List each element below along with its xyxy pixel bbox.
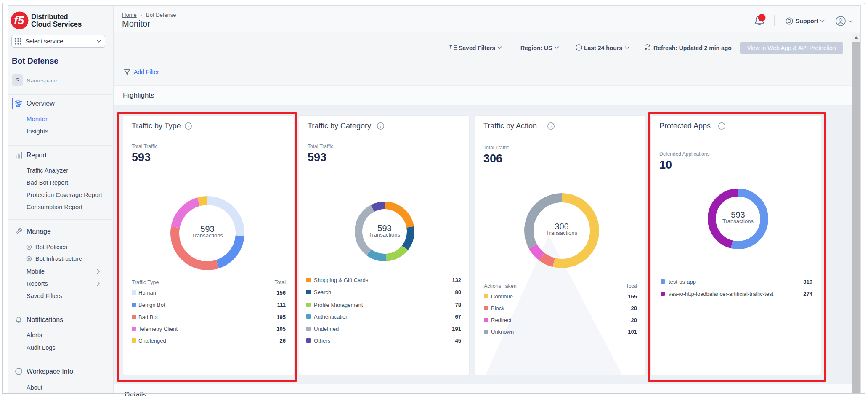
svg-text:i: i	[18, 369, 19, 374]
svg-text:i: i	[380, 124, 381, 129]
svg-text:i: i	[550, 124, 552, 129]
svg-text:1: 1	[760, 15, 763, 21]
svg-text:f5: f5	[14, 14, 24, 27]
